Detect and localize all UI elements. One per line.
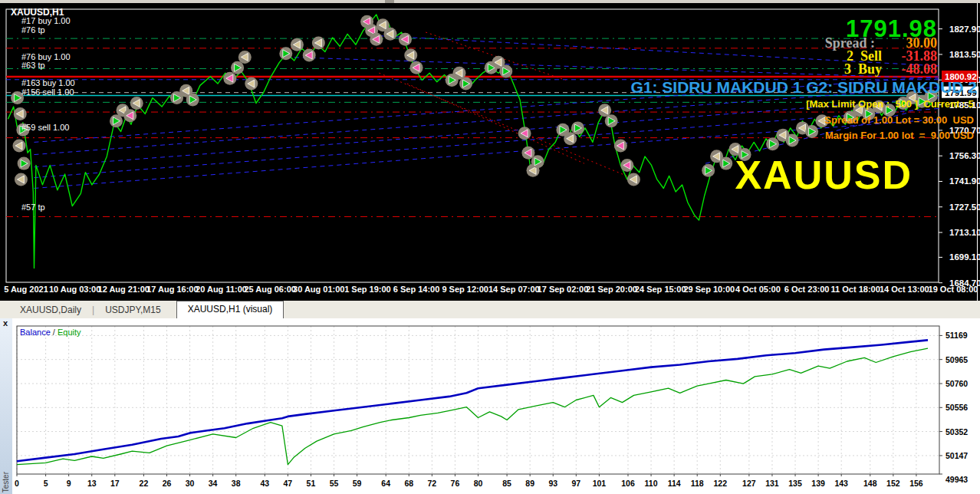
time-axis-label: 6 Sep 14:00	[393, 285, 440, 294]
x-axis-label: 93	[548, 479, 557, 488]
price-axis-label: 1699.10	[949, 252, 980, 262]
time-axis-label: 10 Aug 03:00	[49, 285, 100, 294]
trade-marker-buy-arrow	[571, 121, 584, 134]
trade-marker-exit-triangle	[238, 51, 252, 64]
trade-marker-buy-arrow	[231, 61, 244, 74]
x-axis-label: 55	[330, 479, 339, 488]
tester-side-strip: x Tester	[0, 318, 12, 494]
trade-marker-buy-arrow	[531, 155, 544, 168]
margin-info-line: Margin For 1.00 lot = 9.00 USD	[825, 130, 974, 141]
buy-count-label: 3 Buy	[844, 61, 882, 77]
y-axis-label: 51169	[945, 331, 968, 340]
trade-marker-buy-arrow	[786, 134, 799, 147]
trade-marker-sell-arrow	[614, 140, 627, 153]
time-axis-label: 11 Oct 18:00	[831, 285, 880, 294]
trade-marker-exit-triangle	[245, 77, 258, 91]
order-level-label: #59 sell 1.00	[21, 123, 69, 132]
trade-marker-buy-arrow	[766, 137, 779, 150]
price-axis-label: 1813.50	[949, 50, 980, 59]
close-icon[interactable]: x	[3, 319, 8, 328]
x-axis-label: 156	[909, 479, 923, 488]
time-axis-label: 25 Aug 06:00	[244, 285, 295, 294]
time-axis-label: 21 Sep 20:00	[586, 285, 637, 294]
trade-marker-buy-arrow	[499, 64, 512, 77]
price-axis-label: 1741.90	[949, 176, 980, 186]
y-axis-label: 49943	[945, 475, 968, 484]
x-axis-label: 68	[404, 479, 413, 488]
trade-marker-sell-arrow	[303, 49, 316, 62]
trade-marker-sell-arrow	[620, 159, 633, 172]
tab-xauusd-h1-visual[interactable]: XAUUSD,H1 (visual)	[176, 301, 284, 318]
order-level-label: #163 buy 1.00	[21, 78, 75, 87]
time-axis-label: 17 Aug 16:00	[146, 285, 198, 294]
y-axis-label: 50965	[945, 355, 968, 364]
x-axis-label: 80	[474, 479, 483, 488]
trade-marker-exit-triangle	[14, 107, 27, 120]
price-axis-label: 1713.10	[949, 228, 980, 237]
order-level-label: #63 tp	[21, 61, 45, 70]
price-axis-label: 1727.50	[949, 203, 980, 212]
time-axis-label: 5 Aug 2021	[4, 285, 48, 294]
y-axis-label: 50556	[945, 403, 968, 412]
trade-marker-buy-arrow	[186, 93, 199, 106]
x-axis-label: 127	[742, 479, 756, 488]
price-axis-label: 1756.30	[949, 151, 980, 160]
trade-marker-sell-arrow	[410, 61, 423, 74]
window-top-strip	[0, 0, 980, 3]
max-limit-status: [Max Limit Open : 500 ] Current : 5	[806, 98, 974, 110]
trade-marker-sell-arrow	[370, 33, 383, 46]
trade-marker-exit-triangle	[564, 132, 577, 145]
trade-marker-exit-triangle	[404, 49, 417, 62]
price-chart-area[interactable]: #17 buy 1.00#76 tp#76 buy 1.00#63 tp#163…	[0, 0, 980, 301]
time-axis-label: 30 Aug 01:00	[293, 285, 344, 294]
x-axis-label: 85	[502, 479, 511, 488]
time-axis-label: 9 Sep 12:00	[442, 285, 488, 294]
x-axis-label: 64	[381, 479, 390, 488]
trade-marker-buy-arrow	[459, 77, 472, 91]
x-axis-label: 5	[44, 479, 48, 488]
x-axis-label: 135	[788, 479, 802, 488]
tab-xauusd-daily[interactable]: XAUUSD,Daily	[11, 302, 90, 318]
mt4-strategy-tester-screen: #17 buy 1.00#76 tp#76 buy 1.00#63 tp#163…	[0, 0, 980, 494]
x-axis-label: 72	[428, 479, 437, 488]
x-axis-label: 148	[863, 479, 877, 488]
time-axis-label: 12 Aug 21:00	[98, 285, 150, 294]
x-axis-label: 59	[353, 479, 362, 488]
x-axis-label: 30	[186, 479, 195, 488]
tab-separator: |	[92, 305, 94, 315]
x-axis-label: 51	[307, 479, 316, 488]
order-level-label: #57 tp	[21, 203, 45, 212]
y-axis-label: 50352	[945, 427, 968, 436]
trade-marker-buy-arrow	[719, 157, 732, 170]
chart-tab-bar: XAUUSD,Daily | USDJPY,M15 XAUUSD,H1 (vis…	[0, 301, 980, 318]
x-axis-label: 122	[714, 479, 728, 488]
trade-marker-sell-arrow	[223, 72, 236, 85]
trade-marker-sell-arrow	[123, 109, 136, 122]
x-axis-label: 17	[110, 479, 120, 488]
tester-graph-canvas[interactable]: 0591317222630343843475155596468727680858…	[0, 318, 980, 494]
x-axis-label: 89	[525, 479, 534, 488]
time-axis-label: 4 Oct 05:00	[735, 285, 781, 294]
x-axis-label: 34	[209, 479, 218, 488]
x-axis-label: 97	[571, 479, 580, 488]
trade-marker-sell-arrow	[518, 127, 531, 140]
tab-usdjpy-m15[interactable]: USDJPY,M15	[96, 302, 169, 318]
order-level-label: #76 tp	[21, 25, 45, 35]
trade-marker-exit-triangle	[15, 173, 28, 186]
order-level-label: #156 sell 1.00	[21, 87, 74, 97]
graph-legend: Balance / Equity	[20, 328, 81, 337]
time-axis-label: 29 Sep 10:00	[683, 285, 735, 294]
x-axis-label: 47	[284, 479, 293, 488]
trade-marker-buy-arrow	[18, 157, 31, 170]
time-axis-label: 24 Sep 15:00	[635, 285, 686, 294]
tester-panel-tab[interactable]: Tester	[2, 472, 10, 492]
trade-marker-buy-arrow	[279, 47, 292, 60]
y-axis-label: 50147	[945, 451, 968, 460]
trade-marker-exit-triangle	[291, 38, 304, 51]
x-axis-label: 22	[140, 479, 149, 488]
x-axis-label: 110	[645, 479, 658, 488]
buy-positions-row: 3 Buy -48.08	[844, 61, 937, 77]
trade-marker-buy-arrow	[702, 164, 715, 177]
ea-group-title: G1: SIDRU MAKDUD 1 G2: SIDRU MAKDUD 2	[630, 78, 977, 97]
x-axis-label: 139	[811, 479, 825, 488]
